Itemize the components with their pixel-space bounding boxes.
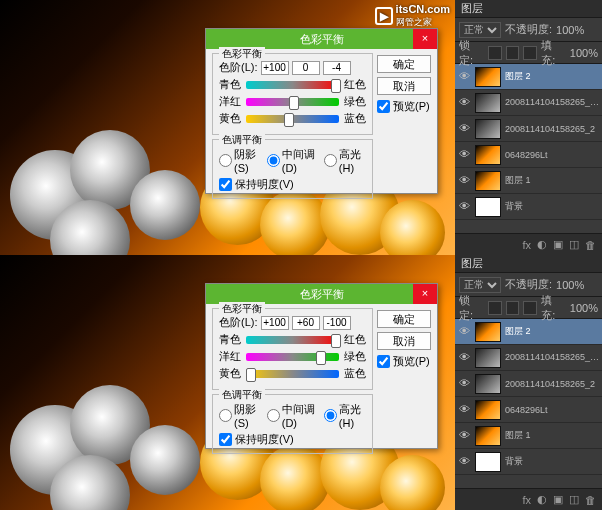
layer-thumbnail (475, 348, 501, 368)
mask-icon[interactable]: ◐ (537, 493, 547, 506)
blend-mode-select[interactable]: 正常 (459, 277, 501, 293)
layer-list: 👁图层 2👁2008114104158265_2 副本👁200811410415… (455, 319, 602, 475)
visibility-icon[interactable]: 👁 (457, 70, 471, 84)
new-layer-icon[interactable]: ◫ (569, 238, 579, 251)
visibility-icon[interactable]: 👁 (457, 148, 471, 162)
layer-thumbnail (475, 426, 501, 446)
layer-row[interactable]: 👁0648296Lt (455, 397, 602, 423)
opacity-value[interactable]: 100% (556, 24, 584, 36)
visibility-icon[interactable]: 👁 (457, 174, 471, 188)
visibility-icon[interactable]: 👁 (457, 403, 471, 417)
layer-row[interactable]: 👁背景 (455, 194, 602, 220)
shadows-radio[interactable]: 阴影(S) (219, 147, 261, 174)
visibility-icon[interactable]: 👁 (457, 122, 471, 136)
level-1-input[interactable] (261, 316, 289, 330)
layer-name: 0648296Lt (505, 150, 600, 160)
cancel-button[interactable]: 取消 (377, 332, 431, 350)
layer-thumbnail (475, 374, 501, 394)
lock-icon[interactable] (488, 301, 502, 315)
fx-icon[interactable]: fx (522, 239, 531, 251)
cancel-button[interactable]: 取消 (377, 77, 431, 95)
layer-name: 2008114104158265_2 (505, 379, 600, 389)
lock-icon[interactable] (488, 46, 502, 60)
layer-row[interactable]: 👁0648296Lt (455, 142, 602, 168)
level-3-input[interactable] (323, 61, 351, 75)
preserve-luminosity-checkbox[interactable]: 保持明度(V) (219, 432, 366, 447)
level-2-input[interactable] (292, 316, 320, 330)
cyan-red-slider[interactable] (246, 81, 339, 89)
group-tone-balance: 色调平衡 (219, 388, 265, 402)
visibility-icon[interactable]: 👁 (457, 455, 471, 469)
layer-thumbnail (475, 93, 501, 113)
trash-icon[interactable]: 🗑 (585, 494, 596, 506)
lock-icon[interactable] (523, 46, 537, 60)
layer-row[interactable]: 👁2008114104158265_2 副本 (455, 90, 602, 116)
group-tone-balance: 色调平衡 (219, 133, 265, 147)
preserve-luminosity-checkbox[interactable]: 保持明度(V) (219, 177, 366, 192)
layer-row[interactable]: 👁2008114104158265_2 (455, 116, 602, 142)
close-button[interactable]: × (413, 284, 437, 304)
layer-row[interactable]: 👁图层 2 (455, 64, 602, 90)
layers-tab[interactable]: 图层 (461, 256, 483, 271)
blend-mode-select[interactable]: 正常 (459, 22, 501, 38)
layer-thumbnail (475, 400, 501, 420)
fill-value[interactable]: 100% (570, 47, 598, 59)
preview-checkbox[interactable]: 预览(P) (377, 354, 431, 369)
level-2-input[interactable] (292, 61, 320, 75)
highlights-radio[interactable]: 高光(H) (324, 147, 366, 174)
visibility-icon[interactable]: 👁 (457, 200, 471, 214)
layer-thumbnail (475, 452, 501, 472)
level-1-input[interactable] (261, 61, 289, 75)
midtones-radio[interactable]: 中间调(D) (267, 402, 318, 429)
levels-label: 色阶(L): (219, 315, 258, 330)
lock-icon[interactable] (523, 301, 537, 315)
layer-row[interactable]: 👁图层 1 (455, 423, 602, 449)
layer-row[interactable]: 👁背景 (455, 449, 602, 475)
visibility-icon[interactable]: 👁 (457, 429, 471, 443)
cyan-red-slider[interactable] (246, 336, 339, 344)
layer-name: 图层 1 (505, 174, 600, 187)
highlights-radio[interactable]: 高光(H) (324, 402, 366, 429)
preview-checkbox[interactable]: 预览(P) (377, 99, 431, 114)
layer-row[interactable]: 👁图层 1 (455, 168, 602, 194)
layers-panel: 图层 正常 不透明度: 100% 锁定: 填充: 100% 👁图层 2👁2008… (455, 255, 602, 510)
close-button[interactable]: × (413, 29, 437, 49)
layer-thumbnail (475, 145, 501, 165)
trash-icon[interactable]: 🗑 (585, 239, 596, 251)
lock-icon[interactable] (506, 301, 520, 315)
group-color-balance: 色彩平衡 (219, 47, 265, 61)
group-color-balance: 色彩平衡 (219, 302, 265, 316)
fill-value[interactable]: 100% (570, 302, 598, 314)
visibility-icon[interactable]: 👁 (457, 325, 471, 339)
yellow-blue-slider[interactable] (246, 370, 339, 378)
midtones-radio[interactable]: 中间调(D) (267, 147, 318, 174)
ok-button[interactable]: 确定 (377, 310, 431, 328)
layers-tab[interactable]: 图层 (461, 1, 483, 16)
visibility-icon[interactable]: 👁 (457, 377, 471, 391)
magenta-green-slider[interactable] (246, 98, 339, 106)
folder-icon[interactable]: ▣ (553, 238, 563, 251)
layer-row[interactable]: 👁2008114104158265_2 副本 (455, 345, 602, 371)
yellow-blue-slider[interactable] (246, 115, 339, 123)
layer-name: 图层 2 (505, 325, 600, 338)
magenta-green-slider[interactable] (246, 353, 339, 361)
shadows-radio[interactable]: 阴影(S) (219, 402, 261, 429)
level-3-input[interactable] (323, 316, 351, 330)
visibility-icon[interactable]: 👁 (457, 96, 471, 110)
lock-icon[interactable] (506, 46, 520, 60)
mask-icon[interactable]: ◐ (537, 238, 547, 251)
layer-thumbnail (475, 67, 501, 87)
fx-icon[interactable]: fx (522, 494, 531, 506)
opacity-value[interactable]: 100% (556, 279, 584, 291)
layer-row[interactable]: 👁2008114104158265_2 (455, 371, 602, 397)
folder-icon[interactable]: ▣ (553, 493, 563, 506)
layer-list: 👁图层 2👁2008114104158265_2 副本👁200811410415… (455, 64, 602, 220)
visibility-icon[interactable]: 👁 (457, 351, 471, 365)
layer-row[interactable]: 👁图层 2 (455, 319, 602, 345)
panel-footer: fx ◐ ▣ ◫ 🗑 (455, 488, 602, 510)
ok-button[interactable]: 确定 (377, 55, 431, 73)
panel-footer: fx ◐ ▣ ◫ 🗑 (455, 233, 602, 255)
dialog-title: 色彩平衡 × (206, 284, 437, 304)
new-layer-icon[interactable]: ◫ (569, 493, 579, 506)
layer-thumbnail (475, 197, 501, 217)
